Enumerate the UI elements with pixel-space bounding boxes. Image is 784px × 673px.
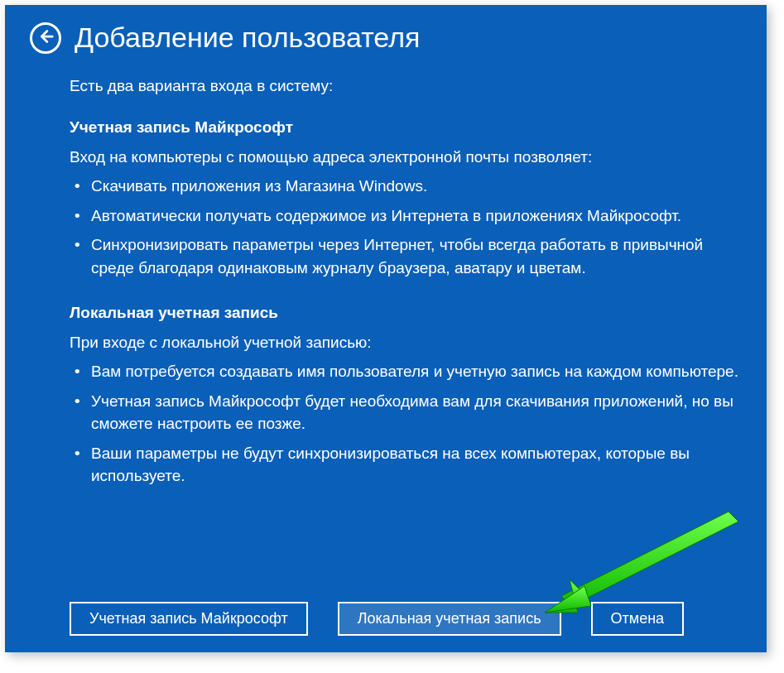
microsoft-account-lead: Вход на компьютеры с помощью адреса элек… <box>70 148 742 166</box>
local-account-button[interactable]: Локальная учетная запись <box>338 602 561 636</box>
button-row: Учетная запись Майкрософт Локальная учет… <box>70 602 767 636</box>
content-area: Есть два варианта входа в систему: Учетн… <box>5 77 767 488</box>
list-item: Учетная запись Майкрософт будет необходи… <box>70 390 742 435</box>
add-user-wizard-panel: Добавление пользователя Есть два вариант… <box>5 5 767 652</box>
microsoft-account-button[interactable]: Учетная запись Майкрософт <box>70 602 308 636</box>
intro-text: Есть два варианта входа в систему: <box>70 77 742 95</box>
header-row: Добавление пользователя <box>5 22 767 54</box>
local-account-lead: При входе с локальной учетной записью: <box>70 334 742 352</box>
local-account-heading: Локальная учетная запись <box>70 304 742 322</box>
local-account-bullets: Вам потребуется создавать имя пользовате… <box>70 360 742 488</box>
list-item: Скачивать приложения из Магазина Windows… <box>70 175 742 198</box>
cancel-button[interactable]: Отмена <box>591 602 685 636</box>
microsoft-account-heading: Учетная запись Майкрософт <box>70 118 742 137</box>
back-button[interactable] <box>30 22 61 54</box>
list-item: Ваши параметры не будут синхронизировать… <box>70 442 742 488</box>
list-item: Синхронизировать параметры через Интерне… <box>70 233 742 279</box>
arrow-left-icon <box>36 27 55 49</box>
list-item: Автоматически получать содержимое из Инт… <box>70 204 742 228</box>
page-title: Добавление пользователя <box>75 22 420 54</box>
microsoft-account-bullets: Скачивать приложения из Магазина Windows… <box>70 175 742 279</box>
list-item: Вам потребуется создавать имя пользовате… <box>70 360 742 383</box>
